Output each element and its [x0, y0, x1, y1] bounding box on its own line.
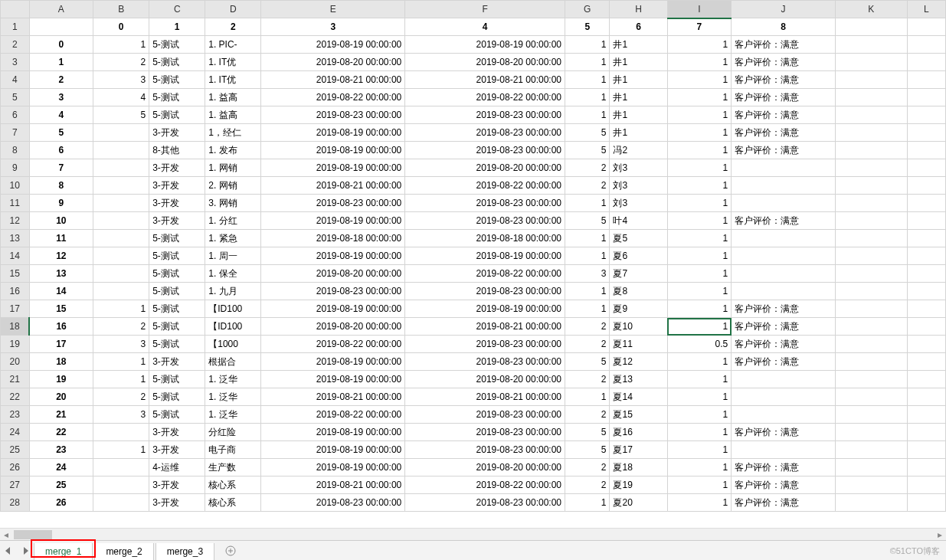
- cell-D15[interactable]: 1. 保全: [205, 265, 261, 283]
- cell-A1[interactable]: [29, 18, 93, 36]
- row-header-25[interactable]: 25: [1, 441, 30, 459]
- cell-F17[interactable]: 2019-08-19 00:00:00: [405, 300, 565, 318]
- cell-C17[interactable]: 5-测试: [149, 300, 205, 318]
- cell-K8[interactable]: [835, 142, 907, 159]
- cell-A14[interactable]: 12: [29, 247, 93, 265]
- cell-K16[interactable]: [835, 283, 907, 300]
- cell-D7[interactable]: 1，经仁: [205, 124, 261, 142]
- cell-I27[interactable]: 1: [667, 476, 732, 494]
- cell-K20[interactable]: [835, 353, 907, 371]
- cell-F27[interactable]: 2019-08-22 00:00:00: [405, 476, 565, 494]
- cell-A15[interactable]: 13: [29, 265, 93, 283]
- cell-K2[interactable]: [835, 36, 907, 54]
- column-header-C[interactable]: C: [149, 1, 205, 18]
- cell-K3[interactable]: [835, 54, 907, 71]
- cell-G26[interactable]: 2: [565, 459, 610, 476]
- cell-E12[interactable]: 2019-08-19 00:00:00: [261, 212, 405, 230]
- cell-J8[interactable]: 客户评价：满意: [732, 142, 836, 159]
- cell-K5[interactable]: [835, 89, 907, 106]
- cell-B5[interactable]: 4: [93, 89, 149, 106]
- cell-J2[interactable]: 客户评价：满意: [732, 36, 836, 54]
- cell-C19[interactable]: 5-测试: [149, 336, 205, 353]
- cell-I11[interactable]: 1: [667, 195, 732, 212]
- cell-G23[interactable]: 2: [565, 406, 610, 424]
- cell-H12[interactable]: 叶4: [610, 212, 667, 230]
- cell-B24[interactable]: [93, 424, 149, 441]
- cell-I13[interactable]: 1: [667, 230, 732, 247]
- cell-F19[interactable]: 2019-08-23 00:00:00: [405, 336, 565, 353]
- cell-B14[interactable]: [93, 247, 149, 265]
- cell-B17[interactable]: 1: [93, 300, 149, 318]
- cell-L14[interactable]: [907, 247, 945, 265]
- cell-K18[interactable]: [835, 318, 907, 336]
- cell-L15[interactable]: [907, 265, 945, 283]
- column-header-H[interactable]: H: [610, 1, 667, 18]
- cell-C5[interactable]: 5-测试: [149, 89, 205, 106]
- cell-I7[interactable]: 1: [667, 124, 732, 142]
- cell-L23[interactable]: [907, 406, 945, 424]
- cell-B18[interactable]: 2: [93, 318, 149, 336]
- cell-A7[interactable]: 5: [29, 124, 93, 142]
- cell-D14[interactable]: 1. 周一: [205, 247, 261, 265]
- cell-C18[interactable]: 5-测试: [149, 318, 205, 336]
- cell-E27[interactable]: 2019-08-21 00:00:00: [261, 476, 405, 494]
- cell-D11[interactable]: 3. 网销: [205, 195, 261, 212]
- cell-G20[interactable]: 5: [565, 353, 610, 371]
- cell-E19[interactable]: 2019-08-22 00:00:00: [261, 336, 405, 353]
- cell-I14[interactable]: 1: [667, 247, 732, 265]
- cell-H23[interactable]: 夏15: [610, 406, 667, 424]
- cell-J27[interactable]: 客户评价：满意: [732, 476, 836, 494]
- row-header-10[interactable]: 10: [1, 177, 30, 195]
- cell-F20[interactable]: 2019-08-23 00:00:00: [405, 353, 565, 371]
- column-header-A[interactable]: A: [29, 1, 93, 18]
- cell-A28[interactable]: 26: [29, 494, 93, 512]
- cell-C14[interactable]: 5-测试: [149, 247, 205, 265]
- cell-D18[interactable]: 【ID100: [205, 318, 261, 336]
- cell-E21[interactable]: 2019-08-19 00:00:00: [261, 371, 405, 388]
- cell-K1[interactable]: [835, 18, 907, 36]
- cell-G28[interactable]: 1: [565, 494, 610, 512]
- cell-L7[interactable]: [907, 124, 945, 142]
- cell-H2[interactable]: 井1: [610, 36, 667, 54]
- cell-G5[interactable]: 1: [565, 89, 610, 106]
- cell-L20[interactable]: [907, 353, 945, 371]
- cell-J14[interactable]: [732, 247, 836, 265]
- cell-K26[interactable]: [835, 459, 907, 476]
- row-header-7[interactable]: 7: [1, 124, 30, 142]
- cell-B11[interactable]: [93, 195, 149, 212]
- cell-E18[interactable]: 2019-08-20 00:00:00: [261, 318, 405, 336]
- cell-I3[interactable]: 1: [667, 54, 732, 71]
- cell-A4[interactable]: 2: [29, 71, 93, 89]
- new-sheet-button[interactable]: [221, 542, 241, 559]
- cell-H14[interactable]: 夏6: [610, 247, 667, 265]
- cell-E1[interactable]: 3: [261, 18, 405, 36]
- cell-H13[interactable]: 夏5: [610, 230, 667, 247]
- cell-L10[interactable]: [907, 177, 945, 195]
- column-header-J[interactable]: J: [732, 1, 836, 18]
- cell-D4[interactable]: 1. IT优: [205, 71, 261, 89]
- cell-L6[interactable]: [907, 106, 945, 124]
- cell-I15[interactable]: 1: [667, 265, 732, 283]
- cell-H27[interactable]: 夏19: [610, 476, 667, 494]
- cell-G3[interactable]: 1: [565, 54, 610, 71]
- cell-B2[interactable]: 1: [93, 36, 149, 54]
- row-header-14[interactable]: 14: [1, 247, 30, 265]
- cell-G21[interactable]: 2: [565, 371, 610, 388]
- cell-D26[interactable]: 生产数: [205, 459, 261, 476]
- cell-C28[interactable]: 3-开发: [149, 494, 205, 512]
- cell-G1[interactable]: 5: [565, 18, 610, 36]
- cell-C25[interactable]: 3-开发: [149, 441, 205, 459]
- tab-scroll-left-icon[interactable]: [0, 542, 17, 559]
- cell-L21[interactable]: [907, 371, 945, 388]
- cell-H26[interactable]: 夏18: [610, 459, 667, 476]
- cell-G10[interactable]: 2: [565, 177, 610, 195]
- cell-I4[interactable]: 1: [667, 71, 732, 89]
- row-header-17[interactable]: 17: [1, 300, 30, 318]
- cell-E4[interactable]: 2019-08-21 00:00:00: [261, 71, 405, 89]
- cell-L16[interactable]: [907, 283, 945, 300]
- cell-A16[interactable]: 14: [29, 283, 93, 300]
- cell-A22[interactable]: 20: [29, 388, 93, 406]
- row-header-13[interactable]: 13: [1, 230, 30, 247]
- cell-G4[interactable]: 1: [565, 71, 610, 89]
- cell-A24[interactable]: 22: [29, 424, 93, 441]
